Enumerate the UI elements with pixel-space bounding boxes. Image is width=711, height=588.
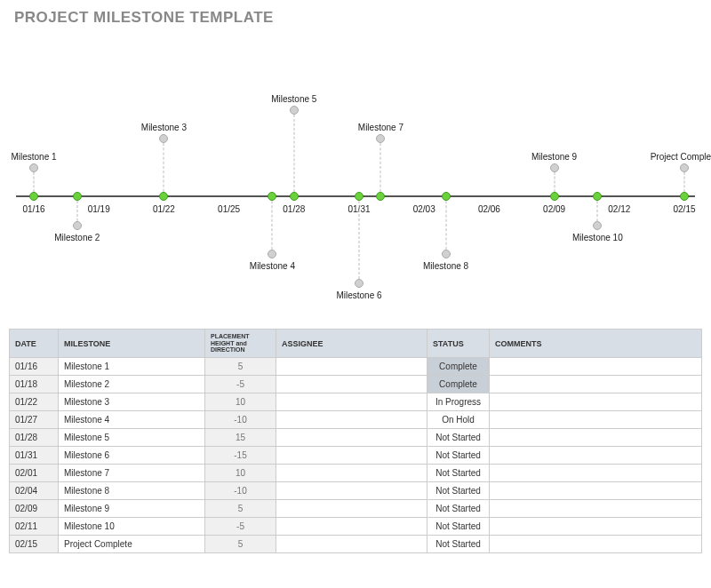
cell-status[interactable]: Complete	[427, 358, 490, 376]
cell-status[interactable]: Not Started	[427, 536, 490, 553]
cell-assignee[interactable]	[276, 482, 427, 500]
cell-assignee[interactable]	[276, 447, 427, 465]
cell-assignee[interactable]	[276, 465, 427, 482]
cell-status[interactable]: Not Started	[427, 500, 490, 518]
cell-milestone[interactable]: Milestone 3	[59, 393, 205, 411]
cell-status[interactable]: Not Started	[427, 465, 490, 482]
axis-tick: 01/19	[88, 204, 110, 214]
milestone-end-marker	[159, 134, 168, 143]
cell-milestone[interactable]: Milestone 4	[59, 411, 205, 429]
table-row: 02/04Milestone 8-10Not Started	[10, 482, 702, 500]
cell-placement[interactable]: 15	[205, 429, 276, 447]
cell-status[interactable]: Complete	[427, 376, 490, 393]
milestone-table: DATE MILESTONE PLACEMENT HEIGHT and DIRE…	[9, 329, 702, 553]
cell-placement[interactable]: 5	[205, 536, 276, 553]
cell-date[interactable]: 02/11	[10, 518, 59, 536]
col-header-comments: COMMENTS	[490, 330, 702, 358]
cell-date[interactable]: 01/31	[10, 447, 59, 465]
milestone-end-marker	[73, 221, 82, 230]
cell-date[interactable]: 01/18	[10, 376, 59, 393]
milestone-axis-marker	[593, 192, 602, 201]
cell-comments[interactable]	[490, 358, 702, 376]
cell-status[interactable]: On Hold	[427, 411, 490, 429]
cell-status[interactable]: Not Started	[427, 482, 490, 500]
cell-comments[interactable]	[490, 465, 702, 482]
cell-date[interactable]: 01/22	[10, 393, 59, 411]
cell-comments[interactable]	[490, 500, 702, 518]
milestone-leader	[380, 139, 381, 196]
milestone-leader	[445, 196, 446, 254]
cell-status[interactable]: Not Started	[427, 518, 490, 536]
cell-milestone[interactable]: Milestone 9	[59, 500, 205, 518]
cell-milestone[interactable]: Milestone 6	[59, 447, 205, 465]
cell-comments[interactable]	[490, 482, 702, 500]
cell-placement[interactable]: 5	[205, 500, 276, 518]
milestone-end-marker	[680, 163, 689, 172]
cell-placement[interactable]: 5	[205, 358, 276, 376]
milestone-end-marker	[355, 279, 363, 288]
cell-assignee[interactable]	[276, 393, 427, 411]
cell-placement[interactable]: -5	[205, 376, 276, 393]
cell-milestone[interactable]: Milestone 1	[59, 358, 205, 376]
milestone-axis-marker	[550, 192, 559, 201]
cell-status[interactable]: In Progress	[427, 393, 490, 411]
cell-comments[interactable]	[490, 429, 702, 447]
cell-assignee[interactable]	[276, 376, 427, 393]
cell-assignee[interactable]	[276, 411, 427, 429]
cell-status[interactable]: Not Started	[427, 447, 490, 465]
col-header-placement: PLACEMENT HEIGHT and DIRECTION	[205, 330, 276, 358]
axis-tick: 02/09	[543, 204, 565, 214]
cell-placement[interactable]: -5	[205, 518, 276, 536]
cell-placement[interactable]: -15	[205, 447, 276, 465]
table-row: 02/15Project Complete5Not Started	[10, 536, 702, 553]
cell-comments[interactable]	[490, 536, 702, 553]
cell-date[interactable]: 01/16	[10, 358, 59, 376]
milestone-label: Milestone 4	[250, 261, 295, 271]
cell-date[interactable]: 02/04	[10, 482, 59, 500]
cell-assignee[interactable]	[276, 500, 427, 518]
cell-comments[interactable]	[490, 376, 702, 393]
milestone-label: Milestone 3	[141, 123, 187, 132]
milestone-end-marker	[376, 134, 385, 143]
cell-date[interactable]: 02/01	[10, 465, 59, 482]
col-header-date: DATE	[10, 330, 59, 358]
milestone-axis-marker	[159, 192, 168, 201]
cell-assignee[interactable]	[276, 536, 427, 553]
cell-date[interactable]: 02/15	[10, 536, 59, 553]
cell-placement[interactable]: -10	[205, 482, 276, 500]
cell-date[interactable]: 01/27	[10, 411, 59, 429]
milestone-end-marker	[290, 106, 299, 115]
cell-date[interactable]: 01/28	[10, 429, 59, 447]
axis-tick: 01/28	[283, 204, 305, 214]
axis-tick: 02/15	[673, 204, 695, 214]
cell-placement[interactable]: 10	[205, 465, 276, 482]
cell-milestone[interactable]: Milestone 7	[59, 465, 205, 482]
milestone-axis-marker	[29, 192, 38, 201]
axis-tick: 01/25	[218, 204, 240, 214]
cell-placement[interactable]: 10	[205, 393, 276, 411]
cell-comments[interactable]	[490, 393, 702, 411]
milestone-end-marker	[442, 250, 451, 258]
table-row: 01/28Milestone 515Not Started	[10, 429, 702, 447]
milestone-axis-marker	[268, 192, 276, 201]
cell-milestone[interactable]: Project Complete	[59, 536, 205, 553]
cell-comments[interactable]	[490, 518, 702, 536]
axis-tick: 01/22	[153, 204, 175, 214]
cell-assignee[interactable]	[276, 429, 427, 447]
table-row: 01/31Milestone 6-15Not Started	[10, 447, 702, 465]
cell-placement[interactable]: -10	[205, 411, 276, 429]
table-row: 01/22Milestone 310In Progress	[10, 393, 702, 411]
cell-milestone[interactable]: Milestone 8	[59, 482, 205, 500]
cell-milestone[interactable]: Milestone 2	[59, 376, 205, 393]
cell-status[interactable]: Not Started	[427, 429, 490, 447]
axis-tick: 02/06	[478, 204, 500, 214]
col-header-assignee: ASSIGNEE	[276, 330, 427, 358]
cell-comments[interactable]	[490, 447, 702, 465]
cell-milestone[interactable]: Milestone 10	[59, 518, 205, 536]
cell-date[interactable]: 02/09	[10, 500, 59, 518]
cell-assignee[interactable]	[276, 518, 427, 536]
cell-milestone[interactable]: Milestone 5	[59, 429, 205, 447]
milestone-leader	[359, 196, 360, 283]
cell-comments[interactable]	[490, 411, 702, 429]
cell-assignee[interactable]	[276, 358, 427, 376]
